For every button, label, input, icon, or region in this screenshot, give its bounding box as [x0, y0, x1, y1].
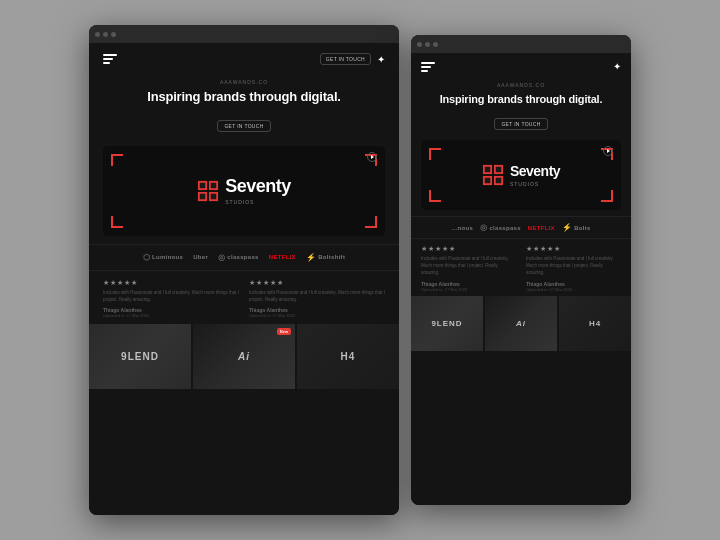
brand-luminous-label: Luminous [152, 254, 183, 260]
site-nav: GET IN TOUCH ✦ [89, 43, 399, 71]
portfolio-item-s2[interactable]: Ai [485, 296, 557, 351]
brand-luminous-label-s: …nous [451, 225, 473, 231]
portfolio-label-3: H4 [341, 351, 356, 362]
portfolio-label-s1: 9LEND [431, 319, 462, 328]
svg-rect-14 [485, 178, 491, 184]
brand-uber: Uber [193, 254, 208, 260]
showcase-section-small: Seventy STUDIOS [421, 140, 621, 210]
luminous-icon: ⬡ [143, 253, 150, 262]
logo-bar-1 [103, 54, 117, 56]
seventy-studios-text: STUDIOS [225, 199, 291, 205]
corner-bracket-tl-s [429, 148, 441, 160]
review-card-s2: ★★★★★ Includes with Passionate and I ful… [526, 245, 621, 291]
logo-bar-s3 [421, 70, 428, 72]
hero-eyebrow: AAAWANDS.CO [103, 79, 385, 85]
showcase-inner: Seventy STUDIOS [197, 176, 291, 205]
play-button[interactable] [367, 152, 377, 162]
logo-bar-2 [103, 58, 113, 60]
classpass-icon: ◎ [218, 253, 225, 262]
portfolio-label-s2: Ai [516, 319, 526, 328]
browser-dot-s2 [425, 42, 430, 47]
corner-bracket-bl-s [429, 190, 441, 202]
hero-cta-button[interactable]: GET IN TOUCH [217, 120, 270, 132]
seventy-studios-text-small: STUDIOS [510, 181, 560, 187]
browser-chrome-large [89, 25, 399, 43]
portfolio-item-1[interactable]: 9LEND [89, 324, 191, 389]
brand-netflix: NETFLIX [269, 254, 296, 260]
brand-boltshift-label: Boltshift [318, 254, 345, 260]
nav-logo [103, 54, 117, 64]
site-nav-small: ✦ [411, 53, 631, 76]
hero-section-small: AAAWANDS.CO Inspiring brands through dig… [411, 76, 631, 134]
corner-bracket-bl [111, 216, 123, 228]
svg-rect-5 [211, 183, 217, 189]
brand-classpass: ◎ classpass [218, 253, 259, 262]
logo-bar-3 [103, 62, 110, 64]
hero-cta-button-small[interactable]: GET IN TOUCH [494, 118, 547, 130]
browser-chrome-small [411, 35, 631, 53]
seventy-text-small: Seventy [510, 163, 560, 179]
boltshift-icon: ⚡ [306, 253, 316, 262]
showcase-section: Seventy STUDIOS [103, 146, 385, 236]
portfolio-item-s3[interactable]: H4 [559, 296, 631, 351]
browser-dot-1 [95, 32, 100, 37]
review-text-s2: Includes with Passionate and I full crea… [526, 256, 621, 276]
svg-rect-6 [200, 194, 206, 200]
browser-dot-s1 [417, 42, 422, 47]
svg-rect-4 [200, 183, 206, 189]
brands-section-small: …nous ◎ classpass NETFLIX ⚡ Bolts [411, 216, 631, 239]
hero-title-small: Inspiring brands through digital. [421, 92, 621, 106]
svg-rect-7 [211, 194, 217, 200]
portfolio-label-2: Ai [238, 351, 250, 362]
review-card-2: ★★★★★ Includes with Passionate and I ful… [249, 279, 385, 319]
site-content-large: GET IN TOUCH ✦ AAAWANDS.CO Inspiring bra… [89, 43, 399, 515]
brand-classpass-s: ◎ classpass [480, 223, 521, 232]
svg-rect-12 [485, 167, 491, 173]
brand-luminous-s: …nous [451, 225, 473, 231]
corner-bracket-br-s [601, 190, 613, 202]
corner-bracket-tl [111, 154, 123, 166]
browser-window-small: ✦ AAAWANDS.CO Inspiring brands through d… [411, 35, 631, 505]
brand-classpass-label: classpass [227, 254, 258, 260]
brands-section: ⬡ Luminous Uber ◎ classpass NETFLIX ⚡ Bo… [89, 244, 399, 271]
canvas: GET IN TOUCH ✦ AAAWANDS.CO Inspiring bra… [0, 0, 720, 540]
seventy-logo-icon-small [482, 164, 504, 186]
reviewer-meta-s1: Uploaded to: 17 Mar 2022 [421, 287, 516, 292]
logo-bar-s1 [421, 62, 435, 64]
boltshift-icon-s: ⚡ [562, 223, 572, 232]
classpass-icon-s: ◎ [480, 223, 487, 232]
browser-dot-s3 [433, 42, 438, 47]
portfolio-item-2[interactable]: Ai New [193, 324, 295, 389]
seventy-text: Seventy [225, 176, 291, 197]
seventy-brand-small: Seventy STUDIOS [510, 163, 560, 187]
review-text-1: Includes with Passionate and I full crea… [103, 290, 239, 304]
portfolio-section: 9LEND Ai New H4 [89, 324, 399, 389]
review-section-small: ★★★★★ Includes with Passionate and I ful… [411, 239, 631, 295]
reviewer-meta-1: Uploaded to: 17 Mar 2022 [103, 313, 239, 318]
brand-netflix-s: NETFLIX [528, 225, 555, 231]
nav-star-icon: ✦ [377, 54, 385, 65]
brand-uber-label: Uber [193, 254, 208, 260]
seventy-logo-icon [197, 180, 219, 202]
portfolio-item-s1[interactable]: 9LEND [411, 296, 483, 351]
reviewer-meta-2: Uploaded to: 17 Mar 2022 [249, 313, 385, 318]
portfolio-new-badge: New [277, 328, 291, 335]
nav-cta-button[interactable]: GET IN TOUCH [320, 53, 371, 65]
play-triangle-icon-small [607, 149, 610, 153]
brand-boltshift: ⚡ Boltshift [306, 253, 345, 262]
review-stars-s1: ★★★★★ [421, 245, 516, 253]
svg-rect-13 [496, 167, 502, 173]
review-card-1: ★★★★★ Includes with Passionate and I ful… [103, 279, 239, 319]
reviewer-meta-s2: Uploaded to: 17 Mar 2022 [526, 287, 621, 292]
brand-netflix-label: NETFLIX [269, 254, 296, 260]
brand-boltshift-label-s: Bolts [574, 225, 591, 231]
review-stars-s2: ★★★★★ [526, 245, 621, 253]
portfolio-item-3[interactable]: H4 [297, 324, 399, 389]
hero-eyebrow-small: AAAWANDS.CO [421, 82, 621, 88]
logo-bar-s2 [421, 66, 431, 68]
portfolio-label-s3: H4 [589, 319, 601, 328]
showcase-inner-small: Seventy STUDIOS [482, 163, 560, 187]
nav-logo-small [421, 62, 435, 72]
brand-classpass-label-s: classpass [489, 225, 520, 231]
browser-window-large: GET IN TOUCH ✦ AAAWANDS.CO Inspiring bra… [89, 25, 399, 515]
